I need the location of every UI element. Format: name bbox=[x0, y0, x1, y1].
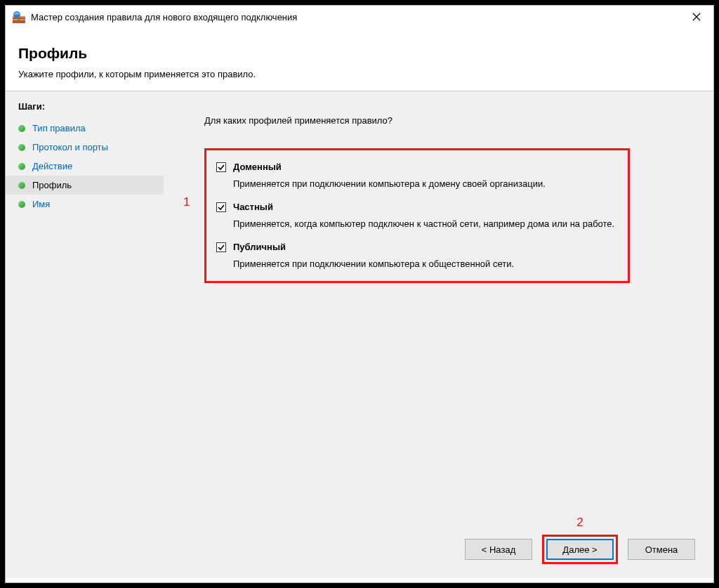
profile-public-label: Публичный bbox=[233, 242, 286, 252]
profile-public-row: Публичный bbox=[216, 242, 618, 252]
checkbox-public[interactable] bbox=[216, 242, 226, 252]
checkbox-private[interactable] bbox=[216, 202, 226, 212]
step-label: Имя bbox=[32, 199, 50, 209]
step-name[interactable]: Имя bbox=[6, 195, 164, 214]
button-row: < Назад 2 Далее > Отмена bbox=[465, 535, 695, 564]
step-label: Тип правила bbox=[32, 123, 86, 133]
close-button[interactable] bbox=[685, 7, 708, 27]
profile-domain-label: Доменный bbox=[233, 162, 282, 172]
annotation-2: 2 bbox=[576, 516, 583, 530]
cancel-button[interactable]: Отмена bbox=[628, 539, 695, 560]
steps-sidebar: Шаги: Тип правила Протокол и порты Дейст… bbox=[6, 91, 164, 578]
profile-domain-desc: Применяется при подключении компьютера к… bbox=[233, 178, 618, 190]
svg-rect-2 bbox=[13, 19, 18, 20]
next-highlight-box: 2 Далее > bbox=[542, 535, 618, 564]
back-button[interactable]: < Назад bbox=[465, 539, 532, 560]
step-rule-type[interactable]: Тип правила bbox=[6, 119, 164, 138]
profile-private-desc: Применяется, когда компьютер подключен к… bbox=[233, 218, 618, 230]
bullet-icon bbox=[18, 182, 25, 189]
bullet-icon bbox=[18, 201, 25, 208]
body-area: Шаги: Тип правила Протокол и порты Дейст… bbox=[6, 91, 713, 578]
firewall-icon bbox=[13, 11, 25, 23]
step-profile[interactable]: Профиль bbox=[6, 176, 164, 195]
wizard-dialog: Мастер создания правила для нового входя… bbox=[5, 5, 714, 583]
step-action[interactable]: Действие bbox=[6, 157, 164, 176]
checkbox-domain[interactable] bbox=[216, 162, 226, 172]
profile-private-label: Частный bbox=[233, 202, 273, 212]
profile-public-desc: Применяется при подключении компьютера к… bbox=[233, 258, 618, 270]
step-label: Протокол и порты bbox=[32, 142, 108, 152]
bullet-icon bbox=[18, 144, 25, 151]
step-protocol-ports[interactable]: Протокол и порты bbox=[6, 138, 164, 157]
profile-private-row: Частный bbox=[216, 202, 618, 212]
profile-prompt: Для каких профилей применяется правило? bbox=[204, 115, 692, 126]
page-title: Профиль bbox=[18, 45, 701, 62]
steps-heading: Шаги: bbox=[6, 101, 164, 119]
step-label: Действие bbox=[32, 161, 72, 171]
bullet-icon bbox=[18, 125, 25, 132]
title-bar: Мастер создания правила для нового входя… bbox=[6, 6, 713, 28]
window-title: Мастер создания правила для нового входя… bbox=[31, 12, 685, 22]
next-button[interactable]: Далее > bbox=[546, 539, 614, 560]
bullet-icon bbox=[18, 163, 25, 170]
page-header: Профиль Укажите профили, к которым приме… bbox=[6, 28, 713, 91]
svg-rect-3 bbox=[20, 19, 25, 20]
page-subtitle: Укажите профили, к которым применяется э… bbox=[18, 69, 701, 79]
step-label: Профиль bbox=[32, 180, 72, 190]
main-panel: Для каких профилей применяется правило? … bbox=[164, 91, 713, 578]
annotation-1: 1 bbox=[183, 195, 190, 209]
profile-domain-row: Доменный bbox=[216, 162, 618, 172]
profiles-highlight-box: Доменный Применяется при подключении ком… bbox=[204, 148, 630, 283]
